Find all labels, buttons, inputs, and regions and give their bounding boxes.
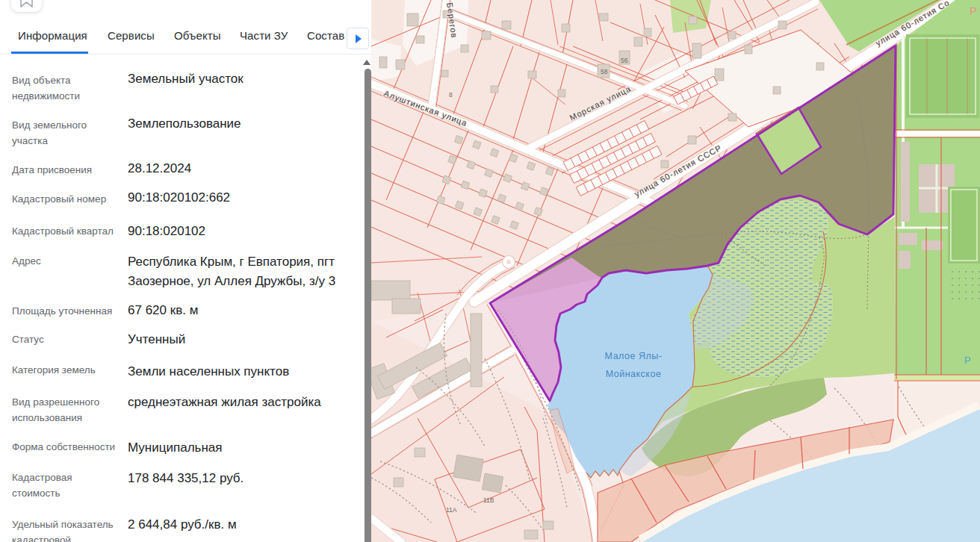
svg-text:Р: Р [970, 4, 977, 17]
svg-text:11В: 11В [483, 496, 494, 504]
svg-text:Мойнакское: Мойнакское [606, 369, 662, 379]
svg-text:56: 56 [621, 57, 628, 64]
svg-text:8: 8 [449, 91, 453, 99]
svg-text:11А: 11А [446, 506, 457, 514]
svg-text:Р: Р [964, 355, 971, 366]
svg-text:58: 58 [601, 68, 608, 75]
svg-text:Малое Ялы-: Малое Ялы- [605, 351, 663, 361]
